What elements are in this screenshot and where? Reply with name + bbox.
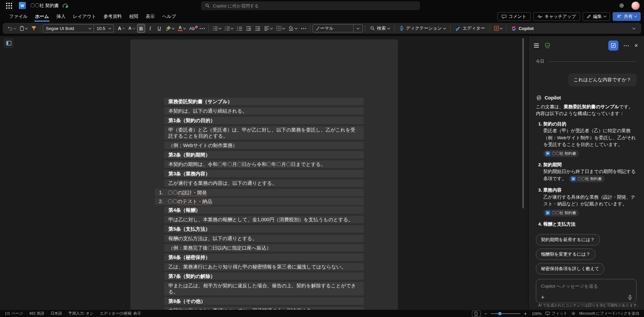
italic-button[interactable]: I (146, 24, 154, 33)
feedback-link[interactable]: Microsoft にフィードバックを送信 (579, 311, 640, 316)
undo-button[interactable] (6, 24, 17, 33)
numbered-list-icon: 123 (225, 26, 230, 31)
word-app-window: W 〇〇社 契約書 ファイルホーム挿入レイアウト参考資料校閲表示ヘルプ コメント (0, 0, 644, 317)
status-item-3[interactable]: 日本語 (51, 311, 62, 316)
copilot-message-input[interactable] (536, 279, 636, 293)
suggestion-chip-3[interactable]: 秘密保持条項を詳しく教えて (536, 263, 604, 275)
font-size-select[interactable]: 10.5 (94, 25, 114, 32)
format-painter-button[interactable] (30, 24, 38, 33)
user-avatar[interactable] (631, 1, 640, 10)
decrease-indent-icon (246, 26, 251, 31)
focus-mode-button[interactable] (472, 311, 481, 317)
font-name-select[interactable]: Segoe UI Bold (43, 25, 94, 32)
add-content-icon[interactable]: + (541, 294, 545, 300)
zoom-level[interactable]: 100% (532, 312, 542, 316)
clear-formatting-button[interactable]: Ab (188, 24, 197, 33)
suggestion-chip-1[interactable]: 契約期間を延長するには？ (536, 234, 600, 246)
tab-ヘルプ[interactable]: ヘルプ (159, 11, 180, 22)
doc-paragraph: 本契約は、以下の通り締結される。 (164, 107, 364, 115)
collapse-ribbon-chevron[interactable] (630, 24, 638, 33)
grow-font-button[interactable]: A (117, 24, 126, 33)
tab-挿入[interactable]: 挿入 (53, 11, 69, 22)
citation-pill[interactable]: w〇〇社 契約書 (543, 150, 579, 157)
display-settings-icon[interactable] (571, 311, 576, 316)
dictation-button[interactable]: ディクテーション (397, 24, 448, 33)
status-item-2[interactable]: 482 単語 (29, 311, 44, 316)
numbered-list-button[interactable]: 123 (223, 24, 234, 33)
font-name-size-combo: Segoe UI Bold 10.5 (43, 24, 114, 32)
tab-レイアウト[interactable]: レイアウト (69, 11, 100, 22)
pulse-icon (537, 15, 543, 19)
status-item-1[interactable]: 1/1 ページ (5, 311, 23, 316)
editing-mode-button[interactable]: 編集 (583, 12, 610, 21)
paste-button[interactable] (18, 24, 29, 33)
align-left-icon (264, 26, 269, 31)
catchup-button[interactable]: キャッチアップ (533, 12, 580, 21)
highlight-button[interactable] (164, 24, 175, 33)
tab-表示[interactable]: 表示 (142, 11, 159, 22)
bold-button[interactable]: B (137, 24, 145, 33)
shrink-font-button[interactable]: A (127, 24, 136, 33)
underline-button[interactable]: U (155, 24, 163, 33)
document-page[interactable]: 業務委託契約書（サンプル）本契約は、以下の通り締結される。第1条（契約の目的）甲… (130, 39, 398, 310)
doc-heading: 業務委託契約書（サンプル） (164, 98, 364, 105)
share-button[interactable]: 共有 (613, 12, 641, 21)
app-launcher-icon[interactable] (4, 1, 14, 11)
more-paragraph-options-icon[interactable] (299, 24, 308, 33)
word-logo-icon[interactable]: W (19, 2, 26, 9)
navigation-pane-toggle[interactable] (4, 38, 13, 48)
list-number: 1. (159, 190, 168, 196)
menu-icon[interactable] (534, 44, 539, 48)
status-item-4[interactable]: 予測入力: オン (68, 311, 94, 316)
zoom-out-button[interactable]: − (484, 311, 487, 316)
addins-button[interactable] (492, 24, 504, 33)
comments-button[interactable]: コメント (497, 12, 530, 21)
statusbar: 1/1 ページ482 単語日本語予測入力: オンエディターの候補: 表示 − +… (0, 310, 644, 317)
fit-button[interactable]: フィット (545, 311, 567, 316)
new-chat-button[interactable] (608, 40, 618, 51)
alignment-button[interactable] (263, 24, 274, 33)
borders-button[interactable] (275, 24, 286, 33)
status-item-5[interactable]: エディターの候補: 表示 (100, 311, 141, 316)
zoom-slider-thumb[interactable] (498, 312, 502, 315)
zoom-in-button[interactable]: + (524, 311, 527, 316)
suggestion-chip-2[interactable]: 報酬額を変更するには？ (536, 249, 595, 260)
doc-paragraph: 本契約の期間は、令和〇年〇月〇日から令和〇年〇月〇日までとする。 (164, 161, 364, 168)
copilot-input-box[interactable]: + (536, 279, 637, 303)
copilot-ribbon-button[interactable]: Copilot (509, 24, 536, 33)
borders-icon (276, 26, 282, 31)
ai-disclaimer: AI で生成されたコンテンツは誤りを含む可能性があります。 (532, 303, 641, 308)
settings-gear-icon[interactable] (617, 1, 626, 10)
citation-pill[interactable]: w〇〇社 契約書 (569, 175, 605, 182)
addins-grid-icon (494, 26, 499, 31)
search-input[interactable] (213, 3, 416, 8)
tab-校閲[interactable]: 校閲 (126, 11, 142, 22)
doc-paragraph: （例：Webサイトの制作業務） (164, 142, 364, 149)
font-color-button[interactable]: A (176, 24, 187, 33)
more-font-options-icon[interactable] (198, 24, 206, 33)
top-search-box[interactable] (201, 1, 420, 10)
editor-button[interactable]: エディター (453, 24, 487, 33)
style-select[interactable]: ノーマル (313, 25, 353, 32)
list-item-title: 業務内容 (543, 187, 637, 194)
decrease-indent-button[interactable] (245, 24, 253, 33)
checklist-button[interactable] (235, 24, 244, 33)
citation-pill[interactable]: w〇〇社 契約書 (543, 209, 579, 217)
doc-paragraph: 本契約に定めのない事項については、甲乙協議の上、別途定める。 (164, 307, 364, 310)
checklist-icon (237, 26, 242, 31)
style-gallery-chevron[interactable] (354, 25, 362, 32)
copilot-more-options-icon[interactable] (624, 45, 629, 46)
tab-参考資料[interactable]: 参考資料 (100, 11, 126, 22)
input-mic-icon[interactable] (628, 295, 632, 300)
document-scrollbar[interactable] (522, 38, 524, 208)
shading-button[interactable] (287, 24, 298, 33)
tab-ホーム[interactable]: ホーム (31, 11, 53, 22)
list-text: 〇〇のテスト・納品 (168, 198, 212, 204)
close-panel-icon[interactable]: × (634, 42, 638, 49)
copilot-response: Copilot この文書は、業務委託契約書のサンプルです。内容は以下のような構成… (536, 95, 637, 228)
zoom-slider[interactable] (491, 313, 520, 314)
increase-indent-button[interactable] (254, 24, 262, 33)
find-button[interactable]: 検索 (368, 24, 392, 33)
bullet-list-button[interactable] (211, 24, 222, 33)
tab-ファイル[interactable]: ファイル (5, 11, 31, 22)
